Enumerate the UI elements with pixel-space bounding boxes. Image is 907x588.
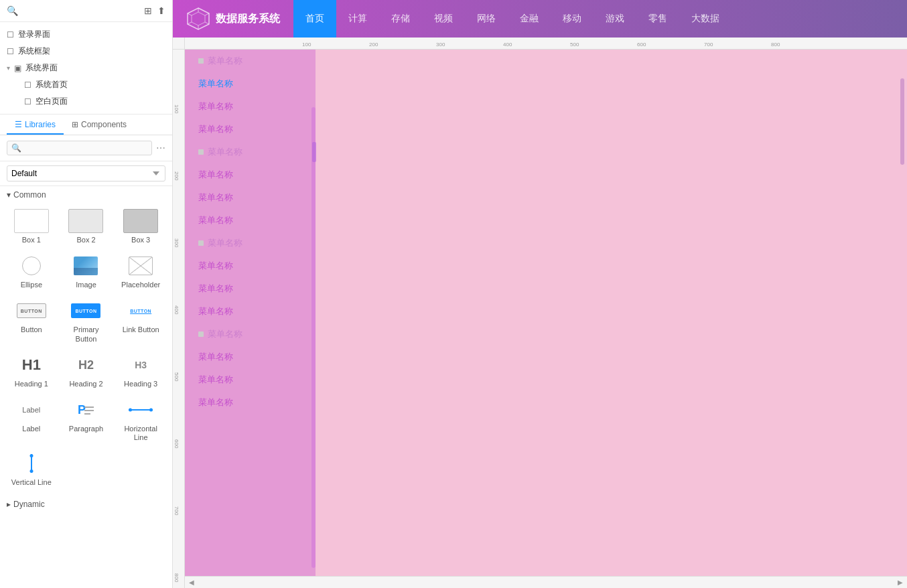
component-item-vline[interactable]: Vertical Line <box>5 447 58 490</box>
label-shape: Label <box>22 406 40 414</box>
ruler-vertical-ticks: 100 200 300 400 500 600 700 800 <box>173 50 184 588</box>
canvas-menu-item-12[interactable]: 菜单名称 <box>185 323 316 346</box>
canvas-menu-item-7[interactable]: 菜单名称 <box>185 209 316 232</box>
ellipse-shape <box>22 256 41 275</box>
h2-icon-wrap: H2 <box>68 353 103 377</box>
canvas-menu-item-15[interactable]: 菜单名称 <box>185 391 316 414</box>
tree-item-home[interactable]: ☐ 系统首页 <box>0 76 172 93</box>
h1-icon-wrap: H1 <box>14 353 49 377</box>
ruler-vertical-strip: 100 200 300 400 500 600 700 800 <box>173 38 185 588</box>
tree-item-login[interactable]: ☐ 登录界面 <box>0 26 172 43</box>
canvas-menu-item-10[interactable]: 菜单名称 <box>185 277 316 300</box>
svg-line-7 <box>205 13 209 15</box>
nav-item-video[interactable]: 视频 <box>422 0 465 38</box>
lib-dropdown-select[interactable]: Default <box>7 165 165 181</box>
component-item-image[interactable]: Image <box>60 250 113 292</box>
add-page-icon[interactable]: ⊞ <box>144 5 152 16</box>
canvas-menu-item-13[interactable]: 菜单名称 <box>185 346 316 368</box>
canvas-menu-item-1[interactable]: 菜单名称 <box>185 72 316 95</box>
canvas-menu-item-3[interactable]: 菜单名称 <box>185 118 316 141</box>
components-scroll-area: ▾ Common Box 1 Box 2 Box 3 <box>0 186 172 588</box>
search-icon[interactable]: 🔍 <box>7 5 18 16</box>
canvas-scroll[interactable]: 菜单名称 菜单名称 菜单名称 菜单名称 <box>185 50 907 576</box>
svg-line-11 <box>188 13 192 15</box>
component-item-paragraph[interactable]: P Paragraph <box>60 394 113 445</box>
hline-shape <box>129 400 153 419</box>
canvas-left-menu: 菜单名称 菜单名称 菜单名称 菜单名称 <box>185 50 316 576</box>
tree-item-system[interactable]: ▾ ▣ 系统界面 <box>0 60 172 76</box>
canvas-menu-item-5[interactable]: 菜单名称 <box>185 163 316 186</box>
component-item-hline[interactable]: Horizontal Line <box>115 394 167 445</box>
component-item-box1[interactable]: Box 1 <box>5 205 58 247</box>
canvas-menu-item-11[interactable]: 菜单名称 <box>185 300 316 323</box>
nav-item-network[interactable]: 网络 <box>465 0 508 38</box>
component-item-primary-button[interactable]: BUTTON Primary Button <box>60 295 113 346</box>
canvas-menu-item-6[interactable]: 菜单名称 <box>185 186 316 209</box>
component-item-placeholder[interactable]: Placeholder <box>115 250 167 292</box>
import-icon[interactable]: ⬆ <box>157 5 165 16</box>
nav-item-home[interactable]: 首页 <box>293 0 336 38</box>
menu-indicator <box>198 240 204 246</box>
placeholder-shape <box>129 256 153 275</box>
canvas-menu-item-4[interactable]: 菜单名称 <box>185 141 316 163</box>
canvas-sidebar-scrollbar[interactable] <box>311 107 316 568</box>
component-item-link-button[interactable]: BUTTON Link Button <box>115 295 167 346</box>
canvas-menu-item-14[interactable]: 菜单名称 <box>185 368 316 391</box>
link-button-shape: BUTTON <box>126 303 155 318</box>
component-item-label[interactable]: Label Label <box>5 394 58 445</box>
primary-button-label: Primary Button <box>63 325 110 343</box>
group-header-common[interactable]: ▾ Common <box>0 186 172 202</box>
hline-icon-wrap <box>123 398 158 422</box>
component-item-ellipse[interactable]: Ellipse <box>5 250 58 292</box>
link-button-label: Link Button <box>123 325 159 334</box>
nav-logo: 数据服务系统 <box>173 7 293 31</box>
h1-shape: H1 <box>22 358 41 372</box>
canvas-menu-item-0[interactable]: 菜单名称 <box>185 50 316 72</box>
nav-item-finance[interactable]: 金融 <box>508 0 551 38</box>
svg-line-10 <box>188 22 192 24</box>
canvas-menu-item-2[interactable]: 菜单名称 <box>185 95 316 118</box>
scroll-right-arrow[interactable]: ▶ <box>895 579 906 586</box>
box3-label: Box 3 <box>131 236 150 244</box>
logo-icon <box>186 7 210 31</box>
canvas-menu-item-8[interactable]: 菜单名称 <box>185 232 316 254</box>
nav-item-retail[interactable]: 零售 <box>636 0 679 38</box>
folder-icon: ▣ <box>14 64 21 73</box>
file-icon: ☐ <box>7 30 14 40</box>
h3-label: Heading 3 <box>124 380 157 388</box>
top-nav: 数据服务系统 首页 计算 存储 视频 网络 金融 移动 游戏 零售 大数据 <box>173 0 907 38</box>
ellipse-label: Ellipse <box>21 281 42 289</box>
lib-search-input[interactable] <box>7 141 152 155</box>
canvas-content: 菜单名称 菜单名称 菜单名称 菜单名称 <box>185 50 907 576</box>
group-header-dynamic[interactable]: ▸ Dynamic <box>0 496 172 512</box>
button-shape: BUTTON <box>17 303 46 318</box>
box1-label: Box 1 <box>22 236 41 244</box>
canvas-right-scrollbar[interactable] <box>900 78 904 165</box>
lib-more-button[interactable]: ⋯ <box>156 143 165 153</box>
component-item-button[interactable]: BUTTON Button <box>5 295 58 346</box>
component-item-h1[interactable]: H1 Heading 1 <box>5 349 58 391</box>
component-item-box3[interactable]: Box 3 <box>115 205 167 247</box>
component-item-h2[interactable]: H2 Heading 2 <box>60 349 113 391</box>
component-item-box2[interactable]: Box 2 <box>60 205 113 247</box>
menu-indicator <box>198 58 204 64</box>
nav-item-compute[interactable]: 计算 <box>336 0 379 38</box>
sidebar-top-actions: ⊞ ⬆ <box>144 5 165 16</box>
nav-item-storage[interactable]: 存储 <box>379 0 422 38</box>
component-item-h3[interactable]: H3 Heading 3 <box>115 349 167 391</box>
vline-shape <box>22 454 41 473</box>
scroll-left-arrow[interactable]: ◀ <box>186 579 197 586</box>
tree-item-blank[interactable]: ☐ 空白页面 <box>0 93 172 110</box>
tab-libraries[interactable]: ☰ Libraries <box>7 115 64 135</box>
canvas-selection-indicator <box>312 142 316 162</box>
tree-item-framework[interactable]: ☐ 系统框架 <box>0 43 172 60</box>
svg-line-8 <box>205 22 209 24</box>
nav-item-games[interactable]: 游戏 <box>594 0 636 38</box>
canvas-menu-item-9[interactable]: 菜单名称 <box>185 254 316 277</box>
tab-components[interactable]: ⊞ Components <box>64 115 135 135</box>
nav-item-mobile[interactable]: 移动 <box>551 0 594 38</box>
paragraph-shape: P <box>74 400 98 419</box>
nav-item-bigdata[interactable]: 大数据 <box>679 0 731 38</box>
button-icon-wrap: BUTTON <box>14 299 49 323</box>
h3-shape: H3 <box>135 360 147 370</box>
